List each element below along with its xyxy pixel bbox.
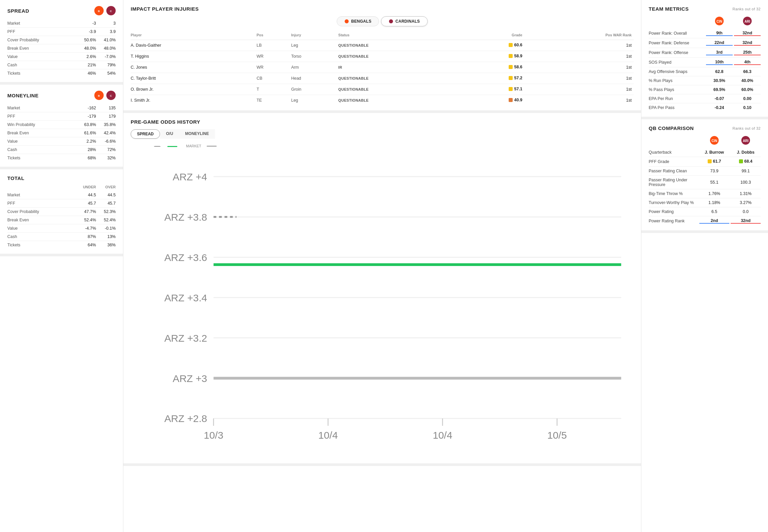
player-name: C. Jones: [131, 62, 257, 73]
list-item: EPA Per Pass -0.24 0.10: [649, 103, 761, 112]
table-row: Cover Probability 50.6% 41.0%: [7, 36, 116, 44]
table-row: C. Jones WR Arm IR 58.6 1st: [131, 62, 634, 73]
row-val1: -4.7%: [78, 226, 96, 231]
svg-text:CIN: CIN: [711, 139, 717, 143]
qb-val2: 99.1: [731, 169, 761, 173]
table-row: Cash 28% 72%: [7, 146, 116, 154]
tab-bengals[interactable]: BENGALS: [337, 16, 379, 26]
row-label: PFF: [7, 201, 76, 206]
row-val1: 2.2%: [78, 139, 96, 144]
table-row: Value 2.2% -6.6%: [7, 137, 116, 146]
table-row: Cover Probability 47.7% 52.3%: [7, 208, 116, 216]
svg-text:10/4: 10/4: [318, 430, 338, 441]
svg-text:10/3: 10/3: [204, 430, 223, 441]
player-status: QUESTIONABLE: [338, 51, 463, 62]
spread-team-icons: B C: [94, 6, 116, 15]
injuries-team-tabs[interactable]: BENGALS CARDINALS: [131, 16, 634, 26]
middle-column: IMPACT PLAYER INJURIES BENGALS CARDINALS…: [123, 0, 641, 532]
metrics-label: Power Rank: Overall: [649, 31, 705, 36]
table-row: Break Even 61.6% 42.4%: [7, 129, 116, 137]
row-val1: 44.5: [78, 193, 96, 197]
svg-text:CIN: CIN: [716, 20, 722, 23]
moneyline-title: MONEYLINE B C: [7, 91, 116, 100]
row-val1: 21%: [78, 63, 96, 67]
player-grade: 57.1: [463, 84, 524, 95]
row-label: Tickets: [7, 243, 76, 247]
tab-cardinals[interactable]: CARDINALS: [381, 16, 427, 26]
row-val1: -3: [78, 21, 96, 26]
qb-val2: 0.0: [731, 209, 761, 214]
player-injury: Groin: [291, 84, 338, 95]
tab-spread[interactable]: SPREAD: [131, 129, 160, 139]
table-row: Tickets 46% 54%: [7, 69, 116, 77]
svg-text:ARZ +3.6: ARZ +3.6: [164, 252, 207, 263]
metrics-val1: -0.07: [706, 96, 733, 101]
qb-row-label: Passer Rating Clean: [649, 169, 698, 173]
row-label: Cash: [7, 63, 76, 67]
team-metrics-title: TEAM METRICS Ranks out of 32: [649, 6, 761, 12]
player-pos: TE: [257, 95, 291, 106]
list-item: Quarterback J. Burrow J. Dobbs: [649, 148, 761, 157]
player-pos: LB: [257, 40, 291, 51]
player-grade: 57.2: [463, 73, 524, 84]
tab-moneyline[interactable]: MONEYLINE: [179, 129, 215, 139]
table-row: Tickets 64% 36%: [7, 241, 116, 249]
metrics-label: EPA Per Pass: [649, 105, 705, 110]
row-label: PFF: [7, 114, 76, 119]
row-val1: 87%: [78, 234, 96, 239]
odds-tabs[interactable]: SPREAD O/U MONEYLINE: [131, 129, 634, 139]
player-war-rank: 1st: [524, 95, 634, 106]
row-val2: 3.9: [97, 29, 116, 34]
row-label: Break Even: [7, 218, 76, 222]
col-player: Player: [131, 32, 257, 40]
row-val2: 135: [97, 106, 116, 110]
metrics-val2: 66.3: [734, 69, 761, 74]
qb-val2: 68.4: [731, 159, 761, 164]
tab-ou[interactable]: O/U: [160, 129, 179, 139]
qb-val1: 1.76%: [699, 191, 729, 196]
bengals-icon-ml: B: [94, 91, 104, 100]
list-item: Power Rank: Overall 9th 32nd: [649, 29, 761, 38]
player-pos: WR: [257, 62, 291, 73]
total-table: UNDER OVER Market 44.5 44.5 PFF 45.7 45.…: [7, 185, 116, 249]
row-val2: 42.4%: [97, 131, 116, 135]
row-label: PFF: [7, 29, 76, 34]
row-val1: -179: [78, 114, 96, 119]
player-war-rank: 1st: [524, 84, 634, 95]
table-row: O. Brown Jr. T Groin QUESTIONABLE 57.1 1…: [131, 84, 634, 95]
row-label: Value: [7, 54, 76, 59]
team-metrics-section: TEAM METRICS Ranks out of 32 CIN ARI Pow…: [641, 0, 768, 119]
player-grade: 58.9: [463, 51, 524, 62]
row-val2: 52.3%: [97, 209, 116, 214]
row-val1: 2.6%: [78, 54, 96, 59]
row-label: Cover Probability: [7, 38, 76, 42]
svg-text:ARZ +3.4: ARZ +3.4: [164, 292, 207, 303]
legend-line-gray: [207, 146, 217, 147]
table-row: Market -162 135: [7, 104, 116, 112]
qb-val1: J. Burrow: [699, 150, 729, 155]
row-val2: 13%: [97, 234, 116, 239]
row-val1: 48.0%: [78, 46, 96, 51]
qb-row-label: PFF Grade: [649, 159, 698, 164]
svg-text:ARZ +3.8: ARZ +3.8: [164, 212, 207, 223]
player-grade: 58.6: [463, 62, 524, 73]
player-injury: Torso: [291, 51, 338, 62]
moneyline-team-icons: B C: [94, 91, 116, 100]
list-item: Passer Rating Clean 73.9 99.1: [649, 167, 761, 176]
player-injury: Head: [291, 73, 338, 84]
metrics-val1: 69.5%: [706, 87, 733, 92]
player-name: C. Taylor-Britt: [131, 73, 257, 84]
svg-text:ARZ +4: ARZ +4: [173, 171, 207, 182]
table-row: C. Taylor-Britt CB Head QUESTIONABLE 57.…: [131, 73, 634, 84]
qb-row-label: Big-Time Throw %: [649, 191, 698, 196]
row-label: Break Even: [7, 131, 76, 135]
legend-item-pff: [154, 144, 162, 148]
table-row: Value -4.7% -0.1%: [7, 224, 116, 233]
svg-text:10/4: 10/4: [433, 430, 452, 441]
row-label: Market: [7, 193, 76, 197]
list-item: Power Rank: Defense 22nd 32nd: [649, 38, 761, 48]
row-label: Cash: [7, 147, 76, 152]
player-grade: 40.9: [463, 95, 524, 106]
svg-point-8: [345, 19, 349, 23]
qb-val2: 1.31%: [731, 191, 761, 196]
